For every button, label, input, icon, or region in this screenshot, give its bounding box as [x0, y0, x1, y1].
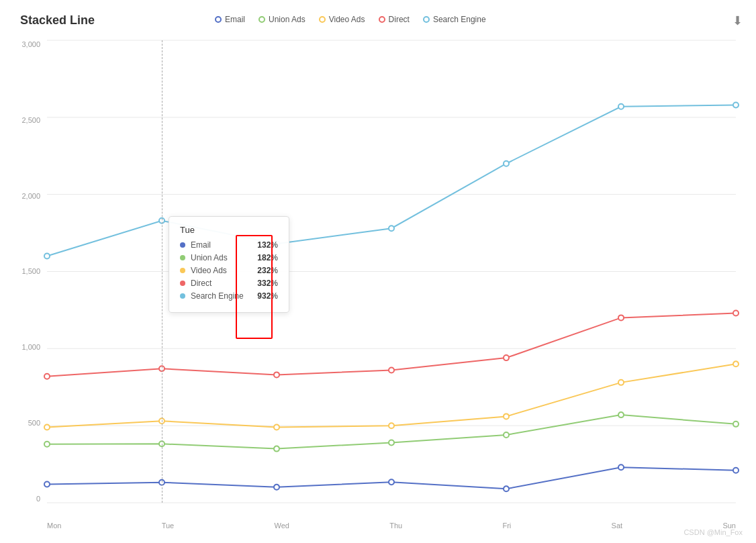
svg-point-39 — [504, 161, 509, 166]
download-button[interactable]: ⬇ — [733, 13, 743, 28]
chart-svg — [47, 40, 736, 503]
y-axis: 3,000 2,500 2,000 1,500 1,000 500 0 — [7, 40, 40, 503]
tooltip-dot-direct — [180, 281, 185, 286]
x-label-mon: Mon — [47, 522, 61, 530]
svg-point-13 — [733, 468, 739, 473]
legend-label-video-ads: Video Ads — [329, 15, 365, 24]
tooltip-value-video-ads: 232% — [257, 266, 278, 275]
tooltip-label-direct: Direct — [191, 279, 257, 288]
svg-point-19 — [618, 412, 624, 417]
svg-point-9 — [274, 485, 279, 490]
svg-point-29 — [159, 366, 164, 371]
y-label-2500: 2,500 — [21, 116, 40, 124]
svg-point-10 — [389, 479, 394, 485]
svg-point-16 — [274, 446, 279, 452]
svg-point-8 — [159, 480, 164, 485]
svg-point-36 — [159, 218, 164, 224]
tooltip-row-email: Email 132% — [180, 240, 278, 250]
y-label-3000: 3,000 — [21, 40, 40, 48]
svg-point-23 — [274, 424, 279, 430]
chart-title: Stacked Line — [20, 13, 95, 28]
legend-label-email: Email — [225, 15, 245, 24]
tooltip-row-union-ads: Union Ads 182% — [180, 253, 278, 262]
legend-item-video-ads[interactable]: Video Ads — [319, 15, 365, 24]
svg-point-22 — [159, 418, 164, 424]
legend-label-direct: Direct — [389, 15, 410, 24]
svg-point-27 — [733, 361, 739, 366]
x-label-wed: Wed — [275, 522, 289, 530]
y-label-500: 500 — [28, 419, 40, 427]
legend-item-email[interactable]: Email — [215, 15, 245, 24]
y-label-0: 0 — [36, 495, 40, 503]
x-label-thu: Thu — [389, 522, 402, 530]
svg-point-11 — [504, 486, 509, 491]
chart-area — [47, 40, 736, 503]
tooltip-row-video-ads: Video Ads 232% — [180, 266, 278, 275]
tooltip-value-email: 132% — [257, 240, 278, 250]
legend: Email Union Ads Video Ads Direct Search … — [215, 15, 486, 24]
legend-item-direct[interactable]: Direct — [379, 15, 410, 24]
svg-point-18 — [504, 432, 509, 438]
svg-point-41 — [733, 102, 739, 107]
x-axis: Mon Tue Wed Thu Fri Sat Sun — [47, 522, 736, 530]
svg-point-14 — [44, 442, 50, 447]
svg-point-35 — [44, 254, 50, 259]
tooltip-value-direct: 332% — [257, 279, 278, 288]
tooltip: Tue Email 132% Union Ads 182% Video Ads … — [169, 216, 289, 313]
svg-point-15 — [159, 441, 164, 446]
legend-label-union-ads: Union Ads — [269, 15, 305, 24]
tooltip-value-search-engine: 932% — [257, 291, 278, 301]
svg-point-12 — [618, 464, 624, 470]
tooltip-title: Tue — [180, 225, 278, 235]
tooltip-label-union-ads: Union Ads — [191, 253, 257, 262]
tooltip-dot-search-engine — [180, 293, 185, 299]
y-label-1000: 1,000 — [21, 343, 40, 351]
svg-point-24 — [389, 423, 394, 428]
tooltip-label-email: Email — [191, 240, 257, 250]
svg-point-34 — [733, 311, 739, 316]
x-label-fri: Fri — [502, 522, 511, 530]
svg-point-21 — [44, 424, 50, 430]
tooltip-row-search-engine: Search Engine 932% — [180, 291, 278, 301]
legend-item-search-engine[interactable]: Search Engine — [423, 15, 486, 24]
y-label-2000: 2,000 — [21, 192, 40, 200]
tooltip-dot-union-ads — [180, 255, 185, 260]
svg-point-26 — [618, 380, 624, 385]
svg-point-25 — [504, 413, 509, 419]
tooltip-label-search-engine: Search Engine — [191, 291, 257, 301]
legend-item-union-ads[interactable]: Union Ads — [258, 15, 305, 24]
tooltip-label-video-ads: Video Ads — [191, 266, 257, 275]
x-label-sat: Sat — [612, 522, 623, 530]
legend-label-search-engine: Search Engine — [433, 15, 486, 24]
tooltip-row-direct: Direct 332% — [180, 279, 278, 288]
svg-point-20 — [733, 422, 739, 427]
svg-point-40 — [618, 104, 624, 109]
svg-point-31 — [389, 367, 394, 373]
tooltip-dot-video-ads — [180, 268, 185, 273]
svg-point-17 — [389, 440, 394, 445]
tooltip-dot-email — [180, 242, 185, 248]
tooltip-value-union-ads: 182% — [257, 253, 278, 262]
svg-point-38 — [389, 226, 394, 231]
chart-container: Stacked Line Email Union Ads Video Ads D… — [0, 0, 756, 543]
svg-point-7 — [44, 481, 50, 487]
svg-point-33 — [618, 315, 624, 320]
svg-point-28 — [44, 374, 50, 379]
svg-point-32 — [504, 355, 509, 360]
y-label-1500: 1,500 — [21, 267, 40, 275]
svg-point-30 — [274, 372, 279, 377]
watermark: CSDN @Min_Fox — [683, 528, 743, 536]
x-label-tue: Tue — [162, 522, 175, 530]
